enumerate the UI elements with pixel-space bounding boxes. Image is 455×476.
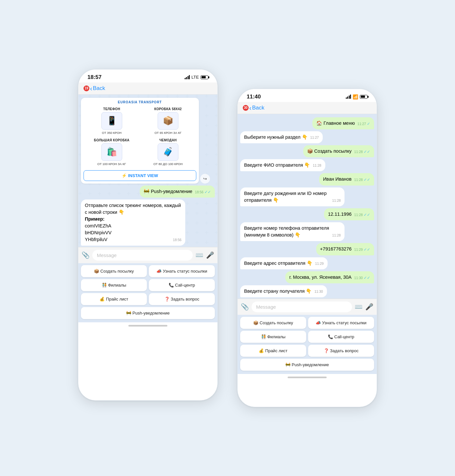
check-6: ✓✓	[364, 276, 370, 280]
msg-moscow-text: г. Москва, ул. Ясеневая, 30А	[289, 275, 352, 280]
card-grid: ТЕЛЕФОН 📱 ОТ 350 КРОН КОРОБКА 58X42 📦 ОТ…	[81, 105, 199, 170]
check-4: ✓✓	[364, 212, 370, 217]
keyboard-buttons-1: 📦 Создать посылку 📣 Узнать статус посылк…	[78, 263, 217, 322]
back-button-2[interactable]: ‹ Back	[249, 105, 264, 111]
card-item-title-3: ЧЕМОДАН	[159, 138, 176, 142]
msg-moscow-time: 11:30 ✓✓	[354, 275, 370, 281]
instant-view-button[interactable]: ⚡ INSTANT VIEW	[84, 170, 196, 181]
msg-enter-address-bubble: Введите адрес отправителя 👇 11:29	[240, 257, 328, 269]
msg-create-parcel-text: 📦 Создать посылку	[307, 148, 352, 154]
card-item-2: БОЛЬШАЯ КОРОБКА 🛍️ ОТ 100 КРОН ЗА КГ	[84, 136, 140, 168]
msg-enter-country: Введите страну получателя 👇 11:30	[240, 285, 374, 297]
msg-enter-address-text: Введите адрес отправителя 👇	[244, 261, 313, 266]
msg-create-parcel-time: 11:28 ✓✓	[354, 149, 370, 155]
card-bubble: EUROASIA TRANSPORT ТЕЛЕФОН 📱 ОТ 350 КРОН…	[81, 98, 199, 184]
input-area-2: 📎 Message ⌨️ 🎤	[238, 299, 377, 315]
msg-ivan-ivanov-bubble: Иван Иванов 11:28 ✓✓	[319, 173, 374, 185]
message-input-1[interactable]: Message	[92, 250, 193, 261]
chevron-left-icon-1: ‹	[90, 85, 92, 92]
back-label-1: Back	[93, 85, 105, 92]
phone-bottom-1	[78, 322, 217, 331]
nav-bar-2: 30 ‹ Back	[238, 102, 377, 114]
msg-enter-dob-bubble: Введите дату рождения или ID номер отпра…	[240, 187, 344, 206]
keyboard-buttons-2: 📦 Создать посылку 📣 Узнать статус посылк…	[238, 315, 377, 374]
card-item-img-2: 🛍️	[101, 143, 122, 161]
nav-bar-1: 19 ‹ Back	[78, 83, 217, 95]
back-label-2: Back	[252, 105, 265, 111]
msg-push-time: 18:56 ✓✓	[195, 189, 211, 195]
kb-btn-question-2[interactable]: ❓ Задать вопрос	[308, 345, 374, 357]
keyboard-icon-2[interactable]: ⌨️	[355, 303, 363, 311]
msg-main-menu: 🏠 Главное меню 11:27 ✓	[240, 117, 374, 129]
kb-btn-create-parcel-2[interactable]: 📦 Создать посылку	[240, 317, 306, 329]
card-item-1: КОРОБКА 58X42 📦 ОТ 65 КРОН ЗА КГ	[140, 105, 196, 136]
card-header: EUROASIA TRANSPORT	[81, 98, 199, 105]
check-mark-push: ✓✓	[204, 190, 211, 194]
msg-ivan-ivanov-time: 11:28 ✓✓	[354, 177, 370, 183]
msg-enter-phone-text: Введите номер телефона отправителя (мини…	[244, 225, 329, 238]
msg-enter-name-text: Введите ФИО отправителя 👇	[244, 162, 310, 168]
kb-btn-call-center-2[interactable]: 📞 Call-центр	[308, 331, 374, 343]
back-button-1[interactable]: ‹ Back	[90, 85, 105, 92]
msg-enter-dob-time: 11:28	[332, 198, 341, 203]
kb-btn-track-status-1[interactable]: 📣 Узнать статус посылки	[149, 265, 215, 277]
card-item-title-2: БОЛЬШАЯ КОРОБКА	[94, 138, 129, 142]
attach-icon-1[interactable]: 📎	[82, 251, 90, 259]
msg-main-menu-bubble: 🏠 Главное меню 11:27 ✓	[312, 117, 374, 129]
msg-enter-name-bubble: Введите ФИО отправителя 👇 11:28	[240, 159, 325, 171]
check-2: ✓✓	[364, 149, 370, 154]
msg-create-parcel: 📦 Создать посылку 11:28 ✓✓	[240, 145, 374, 157]
msg-enter-phone: Введите номер телефона отправителя (мини…	[240, 222, 374, 241]
kb-btn-push-2[interactable]: 🚧 Push-уведомление	[240, 359, 374, 371]
kb-btn-question-1[interactable]: ❓ Задать вопрос	[149, 293, 215, 305]
check-1: ✓	[367, 122, 370, 126]
home-bar-1	[128, 325, 167, 327]
mic-icon-2[interactable]: 🎤	[365, 303, 373, 311]
kb-btn-create-parcel-1[interactable]: 📦 Создать посылку	[81, 265, 147, 277]
mic-icon-1[interactable]: 🎤	[206, 251, 214, 259]
msg-enter-dob-text: Введите дату рождения или ID номер отпра…	[244, 191, 327, 203]
kb-btn-track-status-2[interactable]: 📣 Узнать статус посылки	[308, 317, 374, 329]
msg-enter-country-bubble: Введите страну получателя 👇 11:30	[240, 285, 327, 297]
msg-enter-name: Введите ФИО отправителя 👇 11:28	[240, 159, 374, 171]
chat-scroll-2: 🏠 Главное меню 11:27 ✓ Выберите нужный р…	[238, 114, 377, 299]
msg-enter-address: Введите адрес отправителя 👇 11:29	[240, 257, 374, 269]
msg-tracking-bubble: Отправьте список трекинг номеров, каждый…	[81, 199, 185, 246]
msg-ivan-ivanov-text: Иван Иванов	[323, 176, 352, 182]
msg-enter-country-time: 11:30	[314, 289, 323, 294]
msg-moscow-bubble: г. Москва, ул. Ясеневая, 30А 11:30 ✓✓	[285, 271, 374, 283]
msg-tracking-time: 18:56	[173, 238, 181, 242]
card-item-img-0: 📱	[101, 112, 122, 130]
badge-2: 30	[243, 105, 249, 111]
kb-btn-branches-2[interactable]: 🧑‍🤝‍🧑 Филиалы	[240, 331, 306, 343]
card-item-price-1: ОТ 65 КРОН ЗА КГ	[154, 131, 181, 135]
msg-main-menu-text: 🏠 Главное меню	[316, 121, 355, 126]
kb-btn-branches-1[interactable]: 🧑‍🤝‍🧑 Филиалы	[81, 279, 147, 291]
msg-tracking-text: Отправьте список трекинг номеров, каждый…	[85, 203, 181, 242]
msg-ivan-ivanov: Иван Иванов 11:28 ✓✓	[240, 173, 374, 185]
msg-enter-name-time: 11:28	[313, 163, 321, 168]
status-bar-1: 18:57 LTE	[78, 70, 217, 83]
msg-select-section-bubble: Выберите нужный раздел 👇 11:27	[240, 131, 323, 143]
phone-1: 18:57 LTE 19 ‹ Back	[78, 69, 218, 401]
kb-btn-price-1[interactable]: 💰 Прайс лист	[81, 293, 147, 305]
kb-btn-push-1[interactable]: 🚧 Push-уведомление	[81, 307, 215, 319]
msg-select-section-text: Выберите нужный раздел 👇	[244, 135, 308, 140]
kb-btn-call-center-1[interactable]: 📞 Call-центр	[149, 279, 215, 291]
forward-button[interactable]: ↪	[200, 174, 210, 184]
status-bar-2: 11:40 📶	[238, 89, 377, 102]
attach-icon-2[interactable]: 📎	[241, 303, 249, 311]
msg-dob: 12.11.1996 11:28 ✓✓	[240, 208, 374, 220]
check-5: ✓✓	[364, 247, 370, 252]
msg-enter-country-text: Введите страну получателя 👇	[244, 289, 312, 294]
message-input-2[interactable]: Message	[252, 302, 352, 312]
keyboard-icon-1[interactable]: ⌨️	[195, 251, 203, 259]
card-item-img-3: 🧳	[158, 143, 178, 161]
kb-btn-price-2[interactable]: 💰 Прайс лист	[240, 345, 306, 357]
msg-main-menu-time: 11:27 ✓	[358, 121, 370, 127]
card-item-3: ЧЕМОДАН 🧳 ОТ 80 ДО 100 КРОН	[140, 136, 196, 168]
signal-icon-2	[346, 95, 351, 99]
card-item-price-0: ОТ 350 КРОН	[102, 131, 122, 135]
phone-bottom-2	[238, 374, 377, 383]
status-icons-1: LTE	[185, 75, 208, 80]
